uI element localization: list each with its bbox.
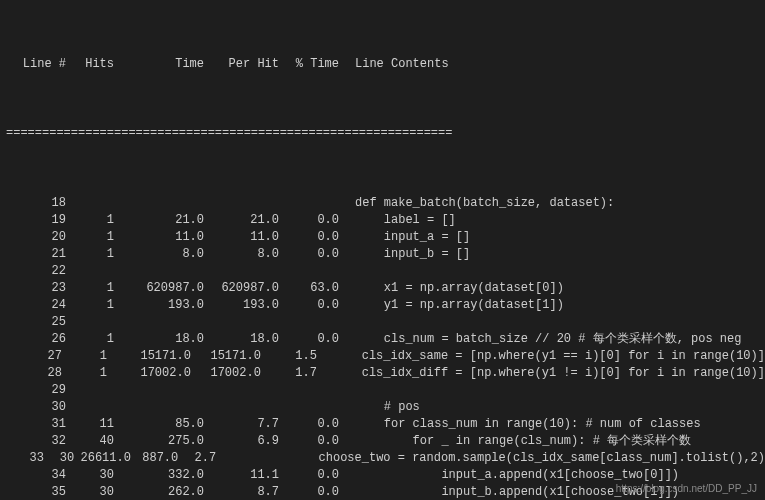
cell-time: 26611.0 bbox=[74, 450, 131, 467]
cell-per-hit: 18.0 bbox=[204, 331, 279, 348]
hdr-line: Line # bbox=[6, 56, 66, 73]
cell-line-number: 18 bbox=[6, 195, 66, 212]
cell-pct-time: 0.0 bbox=[279, 467, 339, 484]
cell-hits: 30 bbox=[66, 484, 114, 500]
table-row: 2118.08.00.0 input_b = [] bbox=[6, 246, 765, 263]
table-row: 3240275.06.90.0 for _ in range(cls_num):… bbox=[6, 433, 765, 450]
cell-time: 275.0 bbox=[114, 433, 204, 450]
table-row: 241193.0193.00.0 y1 = np.array(dataset[1… bbox=[6, 297, 765, 314]
cell-code: x1 = np.array(dataset[0]) bbox=[339, 280, 564, 297]
table-row: 20111.011.00.0 input_a = [] bbox=[6, 229, 765, 246]
cell-line-number: 22 bbox=[6, 263, 66, 280]
cell-hits: 30 bbox=[44, 450, 74, 467]
cell-hits: 40 bbox=[66, 433, 114, 450]
cell-pct-time: 2.7 bbox=[178, 450, 216, 467]
cell-per-hit: 17002.0 bbox=[191, 365, 261, 382]
table-row: 311185.07.70.0 for class_num in range(10… bbox=[6, 416, 765, 433]
cell-hits: 30 bbox=[66, 467, 114, 484]
cell-per-hit: 21.0 bbox=[204, 212, 279, 229]
cell-hits: 1 bbox=[66, 246, 114, 263]
cell-line-number: 25 bbox=[6, 314, 66, 331]
cell-line-number: 20 bbox=[6, 229, 66, 246]
hdr-code: Line Contents bbox=[339, 56, 449, 73]
cell-time: 85.0 bbox=[114, 416, 204, 433]
table-row: 28117002.017002.01.7 cls_idx_diff = [np.… bbox=[6, 365, 765, 382]
cell-hits: 1 bbox=[62, 365, 107, 382]
cell-hits: 1 bbox=[62, 348, 107, 365]
cell-code: for _ in range(cls_num): # 每个类采样个数 bbox=[339, 433, 691, 450]
cell-time: 18.0 bbox=[114, 331, 204, 348]
cell-per-hit: 620987.0 bbox=[204, 280, 279, 297]
cell-time: 17002.0 bbox=[107, 365, 191, 382]
cell-code: cls_num = batch_size // 20 # 每个类采样个数, po… bbox=[339, 331, 741, 348]
hdr-pct: % Time bbox=[279, 56, 339, 73]
cell-per-hit: 11.0 bbox=[204, 229, 279, 246]
cell-code: y1 = np.array(dataset[1]) bbox=[339, 297, 564, 314]
cell-line-number: 24 bbox=[6, 297, 66, 314]
cell-hits: 1 bbox=[66, 297, 114, 314]
cell-code: def make_batch(batch_size, dataset): bbox=[339, 195, 614, 212]
cell-per-hit: 8.7 bbox=[204, 484, 279, 500]
cell-hits: 1 bbox=[66, 280, 114, 297]
table-row: 25 bbox=[6, 314, 765, 331]
cell-time: 15171.0 bbox=[107, 348, 191, 365]
cell-pct-time: 0.0 bbox=[279, 212, 339, 229]
cell-pct-time: 0.0 bbox=[279, 433, 339, 450]
cell-pct-time: 1.7 bbox=[261, 365, 317, 382]
cell-time: 620987.0 bbox=[114, 280, 204, 297]
table-row: 27115171.015171.01.5 cls_idx_same = [np.… bbox=[6, 348, 765, 365]
cell-per-hit: 15171.0 bbox=[191, 348, 261, 365]
cell-pct-time: 0.0 bbox=[279, 297, 339, 314]
cell-code: input_a = [] bbox=[339, 229, 470, 246]
cell-line-number: 19 bbox=[6, 212, 66, 229]
cell-code: for class_num in range(10): # num of cla… bbox=[339, 416, 701, 433]
table-row: 30 # pos bbox=[6, 399, 765, 416]
cell-line-number: 34 bbox=[6, 467, 66, 484]
table-row: 18def make_batch(batch_size, dataset): bbox=[6, 195, 765, 212]
cell-hits: 11 bbox=[66, 416, 114, 433]
header-row: Line # Hits Time Per Hit % Time Line Con… bbox=[6, 56, 765, 73]
cell-code: cls_idx_diff = [np.where(y1 != i)[0] for… bbox=[317, 365, 765, 382]
cell-line-number: 27 bbox=[6, 348, 62, 365]
profile-rows: 18def make_batch(batch_size, dataset):19… bbox=[6, 195, 765, 500]
table-row: 231620987.0620987.063.0 x1 = np.array(da… bbox=[6, 280, 765, 297]
cell-time: 11.0 bbox=[114, 229, 204, 246]
separator-row: ========================================… bbox=[6, 125, 765, 142]
hdr-perhit: Per Hit bbox=[204, 56, 279, 73]
cell-time: 8.0 bbox=[114, 246, 204, 263]
cell-line-number: 30 bbox=[6, 399, 66, 416]
cell-line-number: 23 bbox=[6, 280, 66, 297]
separator: ========================================… bbox=[6, 125, 452, 142]
cell-pct-time: 0.0 bbox=[279, 484, 339, 500]
cell-code: label = [] bbox=[339, 212, 456, 229]
cell-code: # pos bbox=[339, 399, 420, 416]
cell-pct-time: 0.0 bbox=[279, 229, 339, 246]
cell-code: cls_idx_same = [np.where(y1 == i)[0] for… bbox=[317, 348, 765, 365]
cell-per-hit: 8.0 bbox=[204, 246, 279, 263]
cell-pct-time: 0.0 bbox=[279, 246, 339, 263]
table-row: 19121.021.00.0 label = [] bbox=[6, 212, 765, 229]
hdr-hits: Hits bbox=[66, 56, 114, 73]
cell-per-hit: 6.9 bbox=[204, 433, 279, 450]
cell-line-number: 35 bbox=[6, 484, 66, 500]
cell-hits: 1 bbox=[66, 331, 114, 348]
cell-line-number: 29 bbox=[6, 382, 66, 399]
cell-code: input_b = [] bbox=[339, 246, 470, 263]
cell-code: choose_two = random.sample(cls_idx_same[… bbox=[216, 450, 765, 467]
cell-line-number: 31 bbox=[6, 416, 66, 433]
cell-line-number: 32 bbox=[6, 433, 66, 450]
cell-pct-time: 0.0 bbox=[279, 331, 339, 348]
table-row: 29 bbox=[6, 382, 765, 399]
cell-line-number: 33 bbox=[6, 450, 44, 467]
profile-output: Line # Hits Time Per Hit % Time Line Con… bbox=[0, 0, 765, 500]
cell-per-hit: 193.0 bbox=[204, 297, 279, 314]
cell-line-number: 26 bbox=[6, 331, 66, 348]
cell-per-hit: 11.1 bbox=[204, 467, 279, 484]
cell-hits: 1 bbox=[66, 212, 114, 229]
cell-time: 262.0 bbox=[114, 484, 204, 500]
cell-pct-time: 63.0 bbox=[279, 280, 339, 297]
cell-line-number: 21 bbox=[6, 246, 66, 263]
table-row: 333026611.0887.02.7 choose_two = random.… bbox=[6, 450, 765, 467]
cell-line-number: 28 bbox=[6, 365, 62, 382]
cell-time: 193.0 bbox=[114, 297, 204, 314]
